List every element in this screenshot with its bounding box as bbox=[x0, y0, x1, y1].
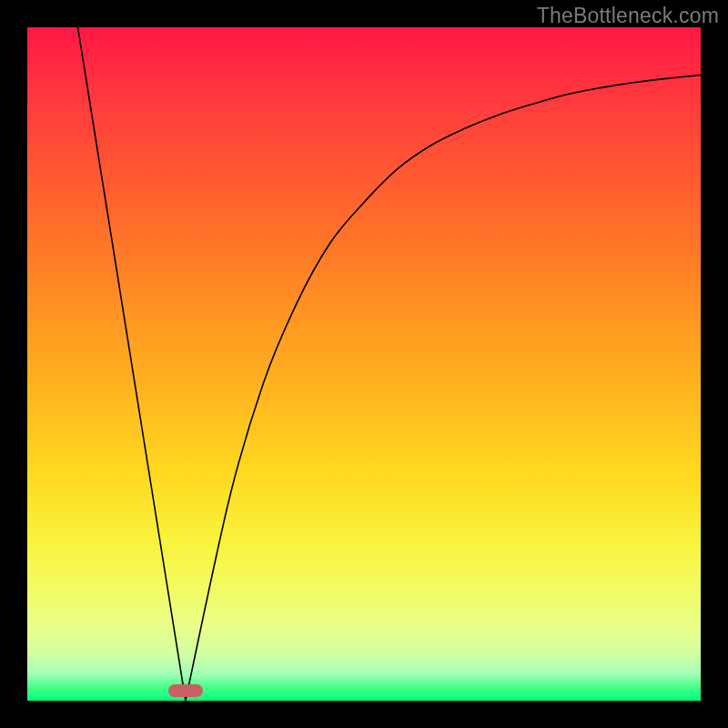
curve-path bbox=[78, 27, 702, 701]
watermark-text: TheBottleneck.com bbox=[537, 4, 719, 28]
chart-frame: TheBottleneck.com bbox=[0, 0, 728, 728]
plot-area bbox=[27, 27, 701, 701]
bottleneck-curve bbox=[27, 27, 701, 701]
optimal-marker bbox=[168, 684, 203, 697]
